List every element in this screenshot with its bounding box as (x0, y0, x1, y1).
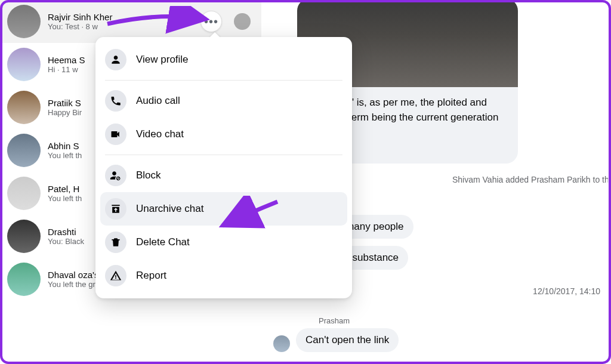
message-bubble[interactable]: Can't open the link (296, 328, 399, 352)
trash-icon (105, 232, 126, 253)
block-icon (105, 165, 126, 186)
menu-view-profile[interactable]: View profile (100, 43, 347, 76)
menu-audio-call[interactable]: Audio call (100, 84, 347, 118)
sender-name: Prasham (319, 316, 350, 325)
avatar (7, 134, 41, 167)
menu-block[interactable]: Block (100, 159, 347, 192)
avatar (7, 91, 41, 124)
menu-label: Video chat (136, 128, 184, 140)
person-icon (105, 49, 126, 70)
menu-video-chat[interactable]: Video chat (100, 118, 347, 151)
menu-label: Block (136, 169, 161, 181)
avatar (7, 177, 41, 210)
menu-divider (105, 155, 342, 155)
phone-icon (105, 90, 126, 112)
menu-label: Unarchive chat (136, 203, 203, 215)
menu-divider (105, 80, 342, 81)
avatar (7, 263, 41, 296)
annotation-arrow-top (101, 6, 221, 36)
system-message: Shivam Vahia added Prasham Parikh to the (452, 175, 608, 184)
conversation-context-menu: View profile Audio call Video chat Block… (95, 37, 352, 298)
warning-icon (105, 265, 126, 286)
message-row: Can't open the link (273, 328, 399, 352)
menu-label: View profile (136, 54, 189, 66)
message-timestamp: 12/10/2017, 14:10 (533, 286, 600, 296)
unarchive-icon (105, 198, 126, 220)
read-receipt-avatar (234, 13, 251, 30)
avatar (7, 48, 41, 81)
sender-avatar (273, 335, 290, 352)
avatar (7, 5, 41, 38)
video-icon (105, 124, 126, 145)
menu-label: Report (136, 270, 166, 282)
menu-label: Delete Chat (136, 236, 190, 248)
avatar (7, 220, 41, 253)
annotation-arrow-unarchive (212, 196, 283, 237)
menu-report[interactable]: Report (100, 259, 347, 292)
menu-label: Audio call (136, 95, 180, 107)
